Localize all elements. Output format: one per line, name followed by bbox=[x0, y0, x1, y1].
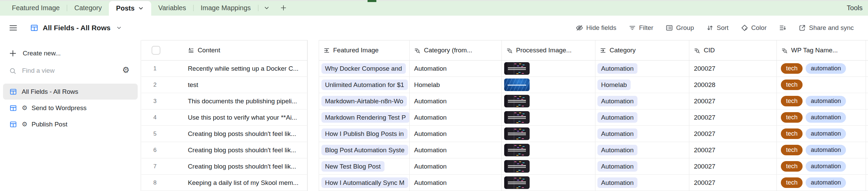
linked-record-pill[interactable]: Markdown Rendering Test P bbox=[321, 112, 410, 123]
cell-processed-image[interactable] bbox=[501, 60, 595, 77]
cell-cid[interactable]: 200027 bbox=[689, 60, 776, 77]
cell-wp-tags[interactable]: techautomation bbox=[776, 175, 866, 191]
cell-featured-image[interactable]: Why Docker Compose and bbox=[319, 60, 410, 77]
cell-category[interactable]: Automation bbox=[595, 126, 689, 142]
share-and-sync-button[interactable]: Share and sync bbox=[798, 24, 854, 32]
tab-posts[interactable]: Posts bbox=[109, 1, 151, 16]
cell-category-from[interactable]: Automation bbox=[409, 126, 501, 142]
cell-processed-image[interactable] bbox=[501, 77, 595, 93]
filter-button[interactable]: Filter bbox=[629, 24, 653, 32]
column-header-category[interactable]: Category bbox=[595, 40, 689, 60]
tab-featured-image[interactable]: Featured Image bbox=[5, 0, 67, 16]
column-header-content[interactable]: Content bbox=[183, 40, 308, 60]
tab-image-mappings[interactable]: Image Mappings bbox=[194, 0, 258, 16]
cell-category[interactable]: Automation bbox=[595, 158, 689, 175]
cell-category-from[interactable]: Homelab bbox=[409, 77, 501, 93]
add-table-button[interactable] bbox=[275, 0, 292, 16]
view-title[interactable]: All Fields - All Rows bbox=[43, 24, 111, 32]
cell-cid[interactable]: 200027 bbox=[689, 93, 776, 109]
processed-image-thumbnail[interactable] bbox=[504, 160, 530, 173]
processed-image-thumbnail[interactable] bbox=[504, 95, 530, 107]
row-number-cell[interactable]: 1 bbox=[141, 60, 183, 77]
cell-content[interactable]: Creating blog posts shouldn't feel lik..… bbox=[183, 142, 308, 158]
sort-button[interactable]: Sort bbox=[706, 24, 729, 32]
cell-featured-image[interactable]: New Test Blog Post bbox=[319, 158, 410, 175]
tag-pill-automation[interactable]: automation bbox=[806, 161, 846, 172]
linked-record-pill[interactable]: Homelab bbox=[597, 80, 631, 90]
cell-featured-image[interactable]: Markdown-Airtable-n8n-Wo bbox=[319, 93, 410, 109]
processed-image-thumbnail[interactable] bbox=[504, 144, 530, 156]
cell-processed-image[interactable] bbox=[501, 158, 595, 175]
cell-featured-image[interactable]: Blog Post Automation Syste bbox=[319, 142, 410, 158]
tag-pill-tech[interactable]: tech bbox=[781, 96, 803, 106]
sidebar-view-publish-post[interactable]: ⚙Publish Post bbox=[3, 116, 138, 132]
tag-pill-automation[interactable]: automation bbox=[806, 112, 846, 123]
tag-pill-automation[interactable]: automation bbox=[806, 145, 846, 155]
cell-featured-image[interactable]: Markdown Rendering Test P bbox=[319, 109, 410, 126]
row-number-cell[interactable]: 8 bbox=[141, 175, 183, 191]
linked-record-pill[interactable]: How I Automatically Sync M bbox=[321, 177, 408, 188]
cell-cid[interactable]: 200027 bbox=[689, 142, 776, 158]
column-header-cid[interactable]: CID bbox=[689, 40, 776, 60]
cell-featured-image[interactable]: How I Publish Blog Posts in bbox=[319, 126, 410, 142]
row-number-cell[interactable]: 3 bbox=[141, 93, 183, 109]
tab-category[interactable]: Category bbox=[67, 0, 109, 16]
tag-pill-tech[interactable]: tech bbox=[781, 63, 803, 74]
cell-cid[interactable]: 200028 bbox=[689, 77, 776, 93]
cell-cid[interactable]: 200027 bbox=[689, 109, 776, 126]
create-new-button[interactable]: Create new... bbox=[9, 49, 141, 58]
cell-featured-image[interactable]: Unlimited Automation for $1 bbox=[319, 77, 410, 93]
column-header-featured-image[interactable]: Featured Image bbox=[319, 40, 410, 60]
tab-variables[interactable]: Variables bbox=[151, 0, 193, 16]
select-all-checkbox[interactable] bbox=[152, 46, 160, 55]
tag-pill-automation[interactable]: automation bbox=[806, 96, 846, 106]
cell-wp-tags[interactable]: techautomation bbox=[776, 60, 866, 77]
tag-pill-automation[interactable]: automation bbox=[806, 63, 846, 74]
cell-category-from[interactable]: Automation bbox=[409, 93, 501, 109]
cell-content[interactable]: Creating blog posts shouldn't feel lik..… bbox=[183, 126, 308, 142]
cell-cid[interactable]: 200027 bbox=[689, 126, 776, 142]
linked-record-pill[interactable]: Automation bbox=[597, 96, 637, 106]
tools-menu[interactable]: Tools bbox=[847, 0, 868, 16]
linked-record-pill[interactable]: Blog Post Automation Syste bbox=[321, 145, 408, 155]
linked-record-pill[interactable]: Automation bbox=[597, 145, 637, 155]
cell-featured-image[interactable]: How I Automatically Sync M bbox=[319, 175, 410, 191]
cell-processed-image[interactable] bbox=[501, 142, 595, 158]
tag-pill-tech[interactable]: tech bbox=[781, 145, 803, 155]
cell-category-from[interactable]: Automation bbox=[409, 60, 501, 77]
cell-content[interactable]: Creating blog posts shouldn't feel lik..… bbox=[183, 158, 308, 175]
row-number-cell[interactable]: 7 bbox=[141, 158, 183, 175]
linked-record-pill[interactable]: How I Publish Blog Posts in bbox=[321, 128, 408, 139]
cell-category-from[interactable]: Automation bbox=[409, 109, 501, 126]
cell-category[interactable]: Homelab bbox=[595, 77, 689, 93]
find-view-input[interactable]: Find a view ⚙ bbox=[9, 66, 132, 75]
cell-processed-image[interactable] bbox=[501, 175, 595, 191]
cell-cid[interactable]: 200027 bbox=[689, 175, 776, 191]
processed-image-thumbnail[interactable] bbox=[504, 127, 530, 140]
row-number-cell[interactable]: 6 bbox=[141, 142, 183, 158]
cell-content[interactable]: test bbox=[183, 77, 308, 93]
tag-pill-tech[interactable]: tech bbox=[781, 161, 803, 172]
group-button[interactable]: Group bbox=[666, 24, 694, 32]
linked-record-pill[interactable]: Why Docker Compose and bbox=[321, 63, 406, 74]
cell-category[interactable]: Automation bbox=[595, 93, 689, 109]
sidebar-view-send-to-wordpress[interactable]: ⚙Send to Wordpress bbox=[3, 100, 138, 116]
tag-pill-automation[interactable]: automation bbox=[806, 128, 846, 139]
linked-record-pill[interactable]: Automation bbox=[597, 112, 637, 123]
row-number-cell[interactable]: 2 bbox=[141, 77, 183, 93]
cell-category[interactable]: Automation bbox=[595, 109, 689, 126]
column-header-wp-tag-name[interactable]: WP Tag Name... bbox=[776, 40, 866, 60]
hide-fields-button[interactable]: Hide fields bbox=[576, 24, 616, 32]
linked-record-pill[interactable]: Automation bbox=[597, 177, 637, 188]
cell-wp-tags[interactable]: techautomation bbox=[776, 142, 866, 158]
cell-wp-tags[interactable]: techautomation bbox=[776, 109, 866, 126]
cell-wp-tags[interactable]: techautomation bbox=[776, 158, 866, 175]
cell-processed-image[interactable] bbox=[501, 126, 595, 142]
cell-category[interactable]: Automation bbox=[595, 142, 689, 158]
tag-pill-tech[interactable]: tech bbox=[781, 112, 803, 123]
cell-wp-tags[interactable]: techautomation bbox=[776, 93, 866, 109]
cell-content[interactable]: Keeping a daily list of my Skool mem... bbox=[183, 175, 308, 191]
cell-content[interactable]: Use this post to verify what your **Ai..… bbox=[183, 109, 308, 126]
processed-image-thumbnail[interactable] bbox=[504, 62, 530, 75]
cell-wp-tags[interactable]: techautomation bbox=[776, 126, 866, 142]
